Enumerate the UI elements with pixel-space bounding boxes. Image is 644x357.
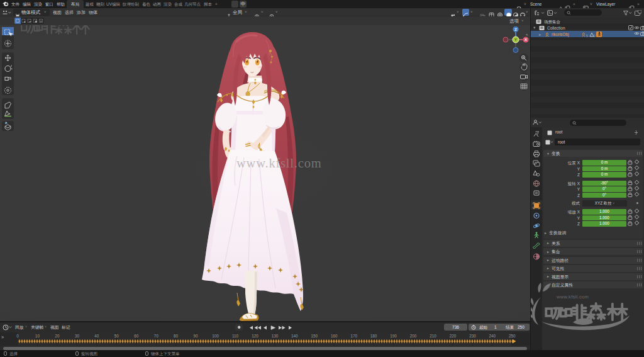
svg-text:220: 220	[450, 334, 457, 338]
svg-text:70: 70	[154, 334, 159, 338]
svg-text:10: 10	[35, 334, 40, 338]
svg-text:90: 90	[194, 334, 199, 338]
svg-text:0: 0	[16, 334, 19, 338]
svg-text:210: 210	[430, 334, 436, 338]
svg-text:www.kfsll.com: www.kfsll.com	[556, 294, 589, 300]
svg-text:230: 230	[469, 334, 476, 338]
svg-text:Y: Y	[514, 38, 517, 42]
svg-text:Z: Z	[514, 28, 517, 31]
svg-text:80: 80	[174, 334, 179, 338]
svg-text:190: 190	[390, 334, 397, 338]
svg-text:www.kfsll.com: www.kfsll.com	[236, 156, 321, 170]
svg-text:150: 150	[311, 334, 318, 338]
svg-text:30: 30	[75, 334, 80, 338]
svg-text:250: 250	[509, 334, 516, 338]
svg-text:100: 100	[212, 334, 219, 338]
svg-text:160: 160	[331, 334, 338, 338]
svg-text:130: 130	[272, 334, 279, 338]
svg-text:170: 170	[350, 334, 357, 338]
svg-text:240: 240	[489, 334, 496, 338]
svg-text:120: 120	[252, 334, 258, 338]
svg-text:20: 20	[55, 334, 60, 338]
svg-text:50: 50	[114, 334, 119, 338]
svg-text:180: 180	[370, 334, 377, 338]
svg-text:200: 200	[410, 334, 417, 338]
svg-text:140: 140	[291, 334, 298, 338]
svg-text:40: 40	[94, 334, 99, 338]
svg-text:110: 110	[232, 334, 239, 338]
svg-text:X: X	[525, 38, 527, 42]
svg-text:60: 60	[134, 334, 139, 338]
